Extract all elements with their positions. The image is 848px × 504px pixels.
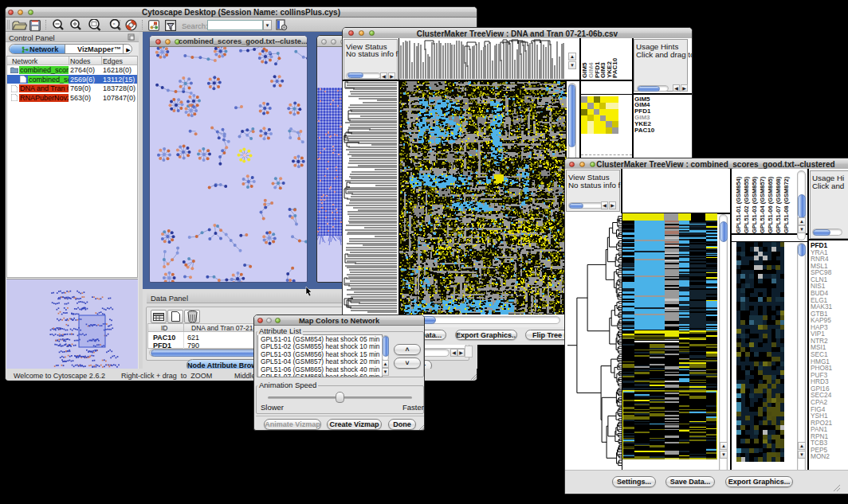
svg-text:=: =: [113, 21, 116, 26]
